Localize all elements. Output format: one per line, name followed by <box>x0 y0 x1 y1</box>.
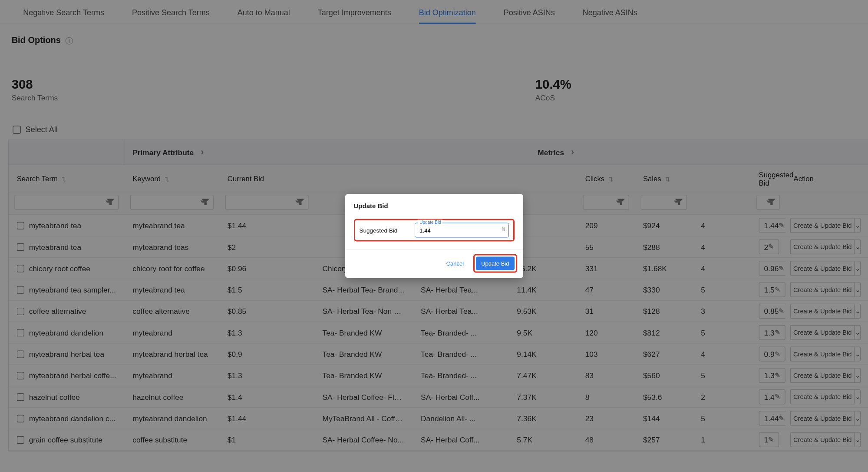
modal-field-highlight: Suggested Bid Update Bid <box>354 219 515 242</box>
confirm-button-highlight: Update Bid <box>473 254 517 273</box>
update-bid-button[interactable]: Update Bid <box>476 257 514 270</box>
cancel-button[interactable]: Cancel <box>443 258 467 269</box>
modal-input-floating-label: Update Bid <box>418 220 442 225</box>
modal-footer: Cancel Update Bid <box>345 249 523 278</box>
modal-title: Update Bid <box>345 194 523 216</box>
modal-input-wrap: Update Bid <box>415 223 508 238</box>
update-bid-modal: Update Bid Suggested Bid Update Bid Canc… <box>345 194 523 278</box>
modal-field-label: Suggested Bid <box>360 227 398 233</box>
update-bid-input[interactable] <box>415 223 508 238</box>
